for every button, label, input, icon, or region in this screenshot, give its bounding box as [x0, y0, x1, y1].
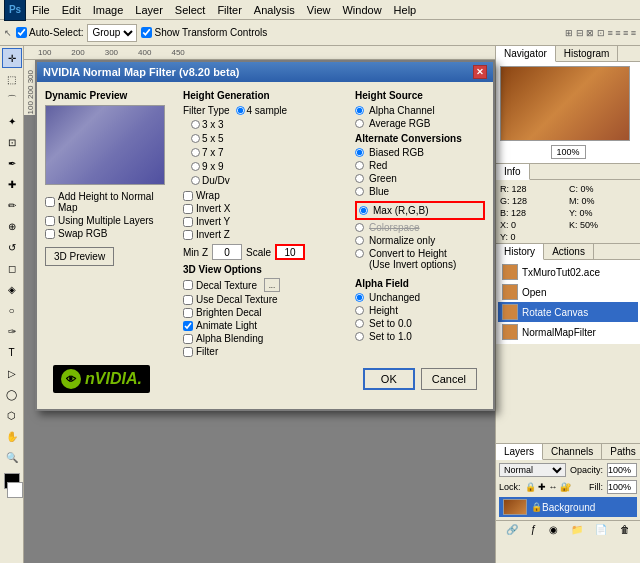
tab-actions[interactable]: Actions — [544, 244, 594, 259]
delete-layer-btn[interactable]: 🗑 — [620, 524, 630, 535]
ok-button[interactable]: OK — [363, 368, 415, 390]
filter-checkbox[interactable] — [183, 347, 193, 357]
tool-lasso[interactable]: ⌒ — [2, 90, 22, 110]
radio-3x3[interactable] — [191, 120, 200, 129]
history-item-0[interactable]: TxMuroTut02.ace — [498, 262, 638, 282]
new-group-btn[interactable]: 📁 — [571, 524, 583, 535]
preview-3d-button[interactable]: 3D Preview — [45, 247, 114, 266]
decal-browse-btn[interactable]: ... — [264, 278, 280, 292]
tool-erase[interactable]: ◻ — [2, 258, 22, 278]
swap-rgb-checkbox[interactable] — [45, 229, 55, 239]
minz-input[interactable] — [212, 244, 242, 260]
tool-3d[interactable]: ⬡ — [2, 405, 22, 425]
tool-move[interactable]: ✛ — [2, 48, 22, 68]
radio-set00[interactable] — [355, 319, 364, 328]
tab-navigator[interactable]: Navigator — [496, 46, 556, 62]
history-item-1[interactable]: Open — [498, 282, 638, 302]
tool-zoom[interactable]: 🔍 — [2, 447, 22, 467]
align-tools: ⊞ ⊟ ⊠ ⊡ ≡ ≡ ≡ ≡ — [565, 28, 636, 38]
tab-history[interactable]: History — [496, 244, 544, 260]
multiple-layers-checkbox[interactable] — [45, 216, 55, 226]
radio-4sample[interactable] — [236, 106, 245, 115]
radio-max-rgb[interactable] — [359, 206, 368, 215]
autoselect-check[interactable]: Auto-Select: — [16, 27, 83, 38]
transform-check[interactable]: Show Transform Controls — [141, 27, 267, 38]
radio-avg-rgb[interactable] — [355, 119, 364, 128]
tab-paths[interactable]: Paths — [602, 444, 640, 459]
tab-histogram[interactable]: Histogram — [556, 46, 619, 61]
blend-mode-select[interactable]: Normal — [499, 463, 566, 477]
add-height-checkbox[interactable] — [45, 197, 55, 207]
invertx-checkbox[interactable] — [183, 204, 193, 214]
radio-biased-rgb[interactable] — [355, 148, 364, 157]
use-decal-checkbox[interactable] — [183, 295, 193, 305]
tool-select[interactable]: ⬚ — [2, 69, 22, 89]
radio-unchanged[interactable] — [355, 293, 364, 302]
menu-help[interactable]: Help — [388, 2, 423, 18]
menu-layer[interactable]: Layer — [129, 2, 169, 18]
tool-type[interactable]: T — [2, 342, 22, 362]
radio-green[interactable] — [355, 174, 364, 183]
tool-brush[interactable]: ✏ — [2, 195, 22, 215]
radio-7x7[interactable] — [191, 148, 200, 157]
menu-edit[interactable]: Edit — [56, 2, 87, 18]
scale-input[interactable] — [275, 244, 305, 260]
radio-red[interactable] — [355, 161, 364, 170]
radio-9x9[interactable] — [191, 162, 200, 171]
history-item-3[interactable]: NormalMapFilter — [498, 322, 638, 342]
wrap-checkbox[interactable] — [183, 191, 193, 201]
tool-eyedrop[interactable]: ✒ — [2, 153, 22, 173]
background-color[interactable] — [7, 482, 23, 498]
autoselect-checkbox[interactable] — [16, 27, 27, 38]
tab-layers[interactable]: Layers — [496, 444, 543, 460]
invertz-checkbox[interactable] — [183, 230, 193, 240]
radio-set10[interactable] — [355, 332, 364, 341]
tool-stamp[interactable]: ⊕ — [2, 216, 22, 236]
radio-convert[interactable] — [355, 249, 364, 258]
alpha-blend-checkbox[interactable] — [183, 334, 193, 344]
menu-image[interactable]: Image — [87, 2, 130, 18]
radio-blue[interactable] — [355, 187, 364, 196]
tool-history[interactable]: ↺ — [2, 237, 22, 257]
tool-heal[interactable]: ✚ — [2, 174, 22, 194]
zoom-input[interactable] — [551, 145, 586, 159]
tab-channels[interactable]: Channels — [543, 444, 602, 459]
tool-fill[interactable]: ◈ — [2, 279, 22, 299]
tool-shape[interactable]: ◯ — [2, 384, 22, 404]
tool-wand[interactable]: ✦ — [2, 111, 22, 131]
decal-texture-checkbox[interactable] — [183, 280, 193, 290]
transform-checkbox[interactable] — [141, 27, 152, 38]
menu-file[interactable]: File — [26, 2, 56, 18]
tab-info[interactable]: Info — [496, 164, 530, 180]
tool-path[interactable]: ▷ — [2, 363, 22, 383]
brighten-checkbox[interactable] — [183, 308, 193, 318]
inverty-checkbox[interactable] — [183, 217, 193, 227]
new-layer-btn[interactable]: 📄 — [595, 524, 607, 535]
menu-window[interactable]: Window — [336, 2, 387, 18]
radio-dudv[interactable] — [191, 176, 200, 185]
dialog-close-button[interactable]: ✕ — [473, 65, 487, 79]
radio-height[interactable] — [355, 306, 364, 315]
menu-select[interactable]: Select — [169, 2, 212, 18]
menu-filter[interactable]: Filter — [211, 2, 247, 18]
cancel-button[interactable]: Cancel — [421, 368, 477, 390]
tool-hand[interactable]: ✋ — [2, 426, 22, 446]
tool-pen[interactable]: ✑ — [2, 321, 22, 341]
layer-mask-btn[interactable]: ◉ — [549, 524, 558, 535]
menu-analysis[interactable]: Analysis — [248, 2, 301, 18]
animate-checkbox[interactable] — [183, 321, 193, 331]
link-layers-btn[interactable]: 🔗 — [506, 524, 518, 535]
tool-dodge[interactable]: ○ — [2, 300, 22, 320]
layer-style-btn[interactable]: ƒ — [531, 524, 537, 535]
history-item-2[interactable]: Rotate Canvas — [498, 302, 638, 322]
radio-colorspace[interactable] — [355, 223, 364, 232]
menu-view[interactable]: View — [301, 2, 337, 18]
fill-input[interactable] — [607, 480, 637, 494]
radio-5x5[interactable] — [191, 134, 200, 143]
tool-crop[interactable]: ⊡ — [2, 132, 22, 152]
autoselect-dropdown[interactable]: Group — [87, 24, 137, 42]
radio-normalize[interactable] — [355, 236, 364, 245]
opacity-input[interactable] — [607, 463, 637, 477]
layer-background[interactable]: 🔒 Background — [499, 497, 637, 517]
radio-alpha-channel[interactable] — [355, 106, 364, 115]
